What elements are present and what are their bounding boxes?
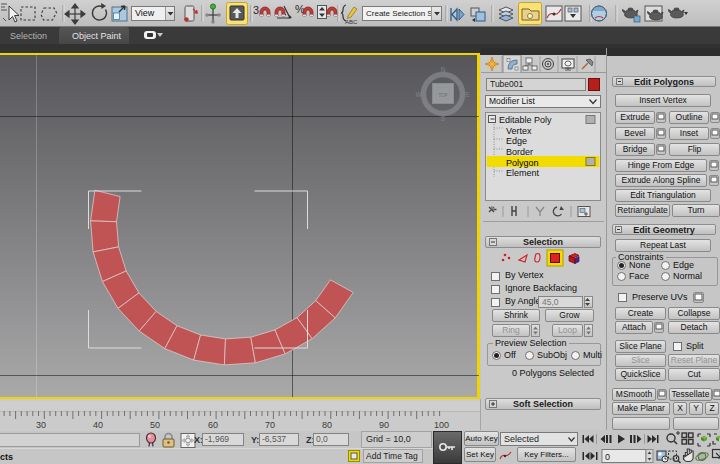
svg-text:W: W (415, 91, 422, 98)
svg-text:TOP: TOP (438, 93, 447, 98)
svg-text:ABC: ABC (345, 19, 358, 25)
svg-text:S: S (441, 115, 446, 122)
svg-text:E: E (465, 91, 470, 98)
svg-text:0: 0 (605, 452, 610, 462)
svg-text:3: 3 (253, 4, 259, 16)
svg-text:N: N (441, 66, 446, 73)
